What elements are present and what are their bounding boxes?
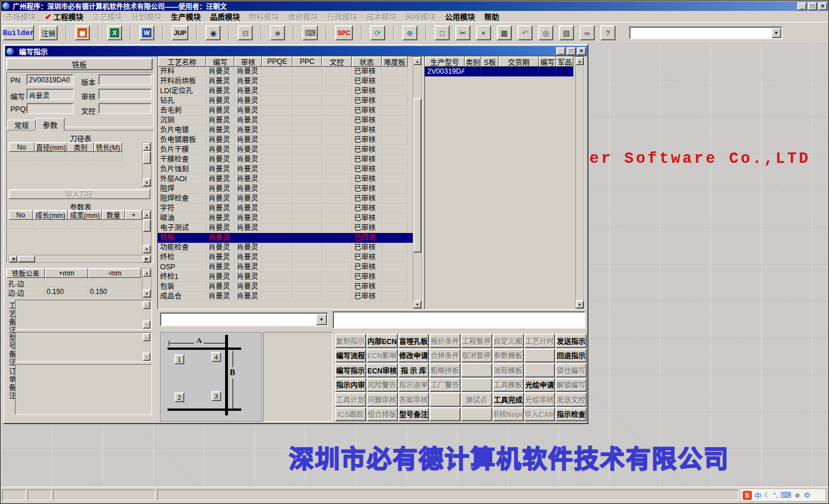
corner-button-3[interactable]: 3 <box>211 391 221 401</box>
punctuation-icon[interactable]: °, <box>773 491 778 499</box>
process-table-row[interactable]: 成品仓肖曼灵肖曼灵已审核 <box>158 292 422 301</box>
pn-field[interactable]: 2V00319DA0 <box>26 74 74 85</box>
menu-item[interactable]: 生产模块 <box>166 10 206 22</box>
column-header[interactable]: + <box>125 210 142 220</box>
builder-button[interactable]: Builder <box>3 25 34 40</box>
corner-button-1[interactable]: 1 <box>174 354 184 364</box>
process-table-row[interactable]: 终检1肖曼灵肖曼灵已审核 <box>158 272 422 282</box>
globe-icon[interactable]: ⊕ <box>402 25 417 40</box>
form-icon[interactable]: ▣ <box>75 25 90 40</box>
column-header[interactable]: 类别 <box>465 56 481 67</box>
column-header[interactable]: PPQE <box>262 56 292 67</box>
action-button[interactable]: 盲埋孔板 <box>398 334 429 348</box>
scroll-up-icon[interactable]: ▲ <box>143 269 151 277</box>
action-button[interactable]: 型号备注 <box>398 407 429 422</box>
child-maximize-button[interactable]: □ <box>566 47 576 55</box>
process-table-row[interactable]: OSP肖曼灵肖曼灵已审核 <box>158 262 422 272</box>
action-button[interactable]: 回退指示 <box>556 349 587 363</box>
param-table-scrollbar[interactable]: ▲ ▼ <box>142 210 151 254</box>
column-header[interactable]: 工艺名称 <box>158 56 206 67</box>
process-table-row[interactable]: LDI定位孔肖曼灵肖曼灵已审核 <box>158 86 422 96</box>
knife-table-scrollbar[interactable]: ▲ ▼ <box>142 142 151 187</box>
action-button[interactable]: 光绘申请 <box>524 378 556 392</box>
model-note-textarea[interactable]: ▲▼ <box>15 332 152 362</box>
process-table-row[interactable]: 碳油肖曼灵肖曼灵已审核 <box>158 213 422 223</box>
scroll-thumb[interactable] <box>413 98 421 253</box>
column-header[interactable]: PPC <box>292 56 322 67</box>
menu-item[interactable]: 帮助 <box>480 10 504 22</box>
ppqe-field[interactable] <box>26 103 74 114</box>
process-table-scrollbar[interactable]: ▲ ▼ <box>413 56 422 309</box>
column-header[interactable]: 编写 <box>206 56 234 67</box>
action-button[interactable]: 内部ECN <box>367 334 398 348</box>
scroll-thumb[interactable] <box>143 219 151 232</box>
process-table-row[interactable]: 开料肖曼灵肖曼灵已审核 <box>158 67 422 77</box>
scroll-down-icon[interactable]: ▼ <box>143 289 151 297</box>
process-table-row[interactable]: 沉铜肖曼灵肖曼灵已审核 <box>158 116 422 125</box>
menu-item[interactable]: 工艺模块 <box>88 10 127 22</box>
settings-icon[interactable]: ⚙ <box>804 491 811 499</box>
scroll-right-icon[interactable]: ▶ <box>143 255 151 262</box>
column-header[interactable]: 难度板 <box>382 56 408 67</box>
maximize-button[interactable]: □ <box>808 2 817 10</box>
menu-item[interactable]: 行政模块 <box>323 10 362 22</box>
doc-control-field[interactable] <box>98 103 151 114</box>
menu-item[interactable]: 市场模块 <box>1 10 40 22</box>
column-header[interactable]: 直径(mm) <box>35 142 67 152</box>
new-doc-icon[interactable]: □ <box>435 25 450 40</box>
process-table-row[interactable]: 阻焊检查肖曼灵肖曼灵已审核 <box>158 194 422 204</box>
auditor-field[interactable] <box>98 89 151 100</box>
order-table-row[interactable]: 2V00319DA0 <box>425 67 584 77</box>
tab-parameters[interactable]: 参数 <box>36 118 64 131</box>
scroll-up-icon[interactable]: ▲ <box>143 211 151 219</box>
process-table-row[interactable]: 负片干膜肖曼灵肖曼灵已审核 <box>158 145 422 155</box>
column-header[interactable]: -mm <box>88 268 141 278</box>
version-field[interactable] <box>98 74 151 85</box>
process-table-row[interactable]: 字符肖曼灵肖曼灵已审核 <box>158 204 422 213</box>
sogou-icon[interactable]: S <box>743 491 752 500</box>
param-table-hscrollbar[interactable]: ◀ ▶ <box>9 255 151 263</box>
tab-general[interactable]: 常规 <box>7 120 36 130</box>
scroll-thumb[interactable] <box>143 151 151 164</box>
order-note-textarea[interactable] <box>15 364 152 415</box>
find-icon[interactable]: ∞ <box>580 25 595 40</box>
user-icon[interactable]: ☻ <box>793 491 801 499</box>
close-button[interactable]: × <box>818 2 827 10</box>
column-header[interactable]: 成长(mm) <box>33 210 68 220</box>
action-button[interactable]: 编写指示 <box>335 363 366 377</box>
scroll-thumb[interactable] <box>18 255 35 262</box>
users-icon[interactable]: ☻ <box>270 25 285 40</box>
toolbar-combobox[interactable]: ▼ <box>629 26 782 39</box>
menu-item[interactable]: 成本模块 <box>362 10 401 22</box>
column-header[interactable]: No <box>9 210 33 220</box>
column-header[interactable]: 铣长(M) <box>94 142 122 152</box>
jup-button[interactable]: JUP <box>172 25 188 40</box>
scroll-down-icon[interactable]: ▼ <box>413 300 421 308</box>
board-type-button[interactable]: 铣板 <box>6 58 153 70</box>
menu-item[interactable]: 计划模块 <box>127 10 166 22</box>
scroll-down-icon[interactable]: ▼ <box>143 320 150 329</box>
column-header[interactable]: 交货期 <box>499 56 539 67</box>
process-table-row[interactable]: 包装肖曼灵肖曼灵已审核 <box>158 282 422 292</box>
chevron-down-icon[interactable]: ▼ <box>316 314 327 325</box>
column-header[interactable]: 类别 <box>67 142 94 152</box>
scroll-down-icon[interactable]: ▼ <box>143 353 150 361</box>
scroll-up-icon[interactable]: ▲ <box>143 333 150 341</box>
process-table-row[interactable]: 终检肖曼灵肖曼灵已审核 <box>158 253 422 262</box>
column-header[interactable]: +mm <box>45 268 88 278</box>
menu-item[interactable]: 维修模块 <box>284 10 323 22</box>
column-header[interactable]: 生产型号 <box>425 56 465 67</box>
moon-icon[interactable]: ☾ <box>764 491 771 499</box>
action-button[interactable]: 编写流程 <box>335 349 366 363</box>
column-header[interactable]: 文控 <box>322 56 352 67</box>
logout-button[interactable]: 注销 <box>39 25 58 40</box>
child-close-button[interactable]: × <box>577 47 586 55</box>
preview-icon[interactable]: ◎ <box>538 25 553 40</box>
process-table-row[interactable]: 电子测试肖曼灵肖曼灵已审核 <box>158 223 422 233</box>
minimize-button[interactable]: _ <box>797 2 807 10</box>
instruction-note-input[interactable] <box>333 311 585 329</box>
menu-item[interactable]: ✔工程模块 <box>40 10 88 22</box>
scroll-down-icon[interactable]: ▼ <box>143 178 151 186</box>
process-table-row[interactable]: 外层AOI肖曼灵肖曼灵已审核 <box>158 174 422 184</box>
action-button[interactable]: 工具完成 <box>493 392 524 407</box>
